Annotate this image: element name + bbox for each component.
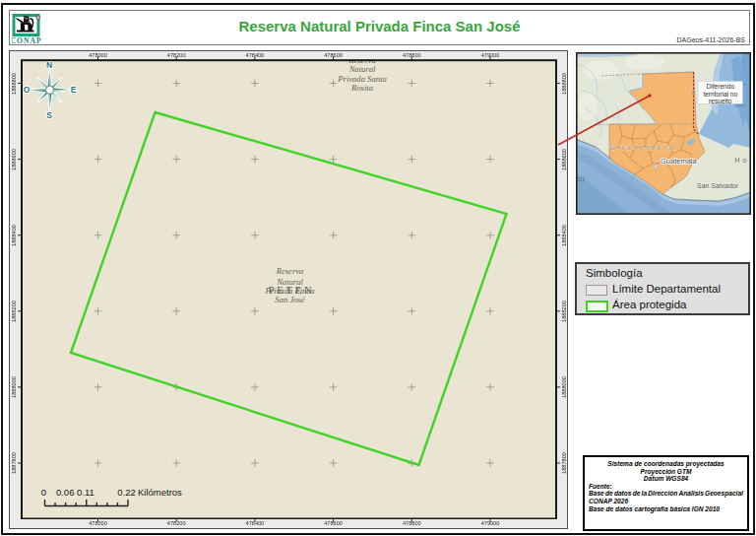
svg-text:Diferendo: Diferendo (707, 83, 735, 90)
svg-text:San Salvador: San Salvador (697, 182, 739, 189)
svg-text:Ho: Ho (735, 157, 750, 164)
svg-text:resuelto: resuelto (709, 98, 732, 104)
svg-text:Guatemala: Guatemala (610, 143, 676, 152)
svg-text:Guatemala: Guatemala (661, 157, 698, 166)
svg-text:territorial no: territorial no (703, 91, 737, 98)
